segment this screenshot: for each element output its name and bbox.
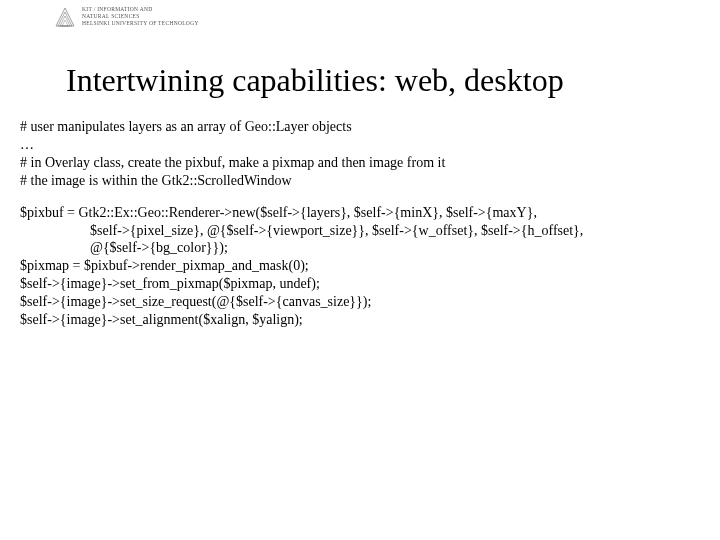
code-line: $self->{pixel_size}, @{$self->{viewport_… [20, 222, 700, 240]
code-line: $self->{image}->set_size_request(@{$self… [20, 293, 700, 311]
header-logo-block: KIT / INFORMATION AND NATURAL SCIENCES H… [54, 6, 199, 34]
comment-line: … [20, 136, 700, 154]
code-line: $pixmap = $pixbuf->render_pixmap_and_mas… [20, 257, 700, 275]
code-line: $pixbuf = Gtk2::Ex::Geo::Renderer->new($… [20, 204, 700, 222]
slide-body: # user manipulates layers as an array of… [20, 118, 700, 329]
slide-title: Intertwining capabilities: web, desktop [66, 62, 564, 99]
affil-line: NATURAL SCIENCES [82, 13, 199, 20]
affil-line: KIT / INFORMATION AND [82, 6, 199, 13]
code-line: @{$self->{bg_color}}); [20, 239, 700, 257]
comment-line: # the image is within the Gtk2::Scrolled… [20, 172, 700, 190]
code-line: $self->{image}->set_alignment($xalign, $… [20, 311, 700, 329]
comment-line: # in Overlay class, create the pixbuf, m… [20, 154, 700, 172]
affiliation-text: KIT / INFORMATION AND NATURAL SCIENCES H… [82, 6, 199, 27]
slide: KIT / INFORMATION AND NATURAL SCIENCES H… [0, 0, 720, 540]
logo-icon [54, 6, 76, 34]
comment-line: # user manipulates layers as an array of… [20, 118, 700, 136]
code-line: $self->{image}->set_from_pixmap($pixmap,… [20, 275, 700, 293]
affil-line: HELSINKI UNIVERSITY OF TECHNOLOGY [82, 20, 199, 27]
